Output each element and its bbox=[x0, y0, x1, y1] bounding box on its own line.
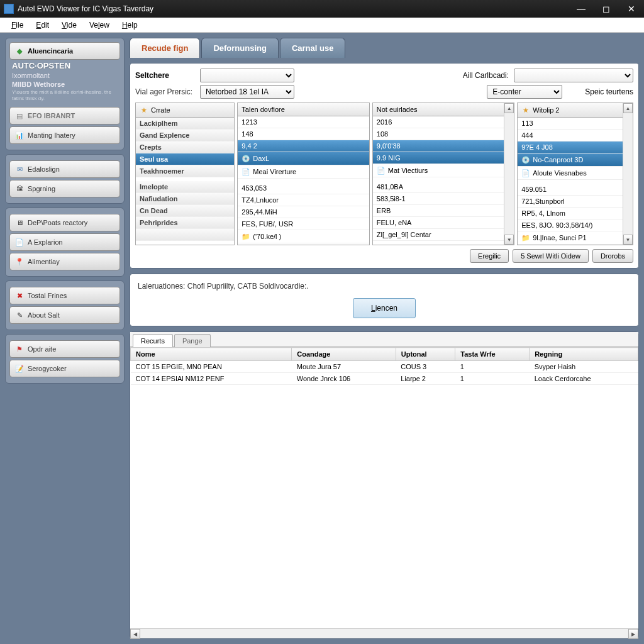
cell[interactable]: 481,0BA bbox=[373, 181, 504, 193]
tab-recude[interactable]: Recude fign bbox=[130, 38, 200, 58]
select-vial[interactable]: Netorbed 18 1el IA bbox=[200, 85, 294, 99]
cell[interactable]: 148 bbox=[238, 128, 369, 140]
cell[interactable]: 📁9l.|lnae, Sunci P1 bbox=[518, 231, 623, 245]
cell[interactable]: ERB bbox=[373, 205, 504, 217]
th-regning[interactable]: Regning bbox=[530, 348, 638, 361]
sidebar-btn-explarion[interactable]: 📄 A Explarion bbox=[9, 233, 120, 251]
sidebar-label: About Salt bbox=[28, 311, 60, 319]
cell[interactable]: TZ4,Lnlucor bbox=[238, 194, 369, 206]
cell[interactable]: 💿No-Canproot 3D bbox=[518, 153, 623, 167]
sidebar-btn-alimentiay[interactable]: 📍 Alimentiay bbox=[9, 253, 120, 270]
cell[interactable]: 583,5i8-1 bbox=[373, 193, 504, 205]
sidebar-btn-edaloslign[interactable]: ✉ Edaloslign bbox=[9, 160, 120, 178]
sidebar-label: Opdr aite bbox=[28, 345, 56, 353]
cell: Liarpe 2 bbox=[396, 373, 455, 385]
scroll-right-icon[interactable]: ▶ bbox=[628, 629, 638, 639]
scrollbar[interactable]: ▲ ▼ bbox=[504, 103, 514, 245]
cell[interactable]: 📁('70.ke/l ) bbox=[238, 230, 369, 243]
info-panel: Laleruationes: Chofl Pupriilty, CATB Sol… bbox=[130, 274, 639, 326]
cell[interactable]: 1213 bbox=[238, 116, 369, 128]
row-label bbox=[136, 229, 234, 241]
results-table: Nome Coandage Uptonal Tasta Wrfe Regning… bbox=[130, 347, 638, 385]
tab-carnal[interactable]: Carnal use bbox=[280, 38, 345, 58]
sidebar-btn-efo[interactable]: ▤ EFO IBRANRT bbox=[9, 107, 120, 125]
select-carlbcadi[interactable] bbox=[514, 69, 633, 82]
cell[interactable]: 2016 bbox=[373, 116, 504, 128]
menu-edit[interactable]: Edit bbox=[30, 19, 55, 31]
cell[interactable]: FELU, eNA bbox=[373, 217, 504, 229]
btn-drorobs[interactable]: Drorobs bbox=[592, 249, 633, 263]
cell[interactable]: 453,053 bbox=[238, 182, 369, 194]
cell[interactable]: 295,44.MiH bbox=[238, 206, 369, 218]
btn-sewrl[interactable]: 5 Sewrl Witli Oidew bbox=[513, 249, 589, 263]
cell[interactable]: 📄Meai Virerture bbox=[238, 165, 369, 179]
cell[interactable]: 📄Mat Viectiurs bbox=[373, 164, 504, 177]
cell[interactable]: 113 bbox=[518, 118, 623, 130]
cell[interactable]: 444 bbox=[518, 130, 623, 142]
th-tasta[interactable]: Tasta Wrfe bbox=[455, 348, 530, 361]
cell[interactable]: 9.9 NIG bbox=[373, 152, 504, 164]
cell[interactable]: 108 bbox=[373, 128, 504, 140]
scroll-up-icon[interactable]: ▲ bbox=[504, 103, 514, 113]
page-icon: 📄 bbox=[242, 167, 250, 176]
maximize-button[interactable]: ◻ bbox=[594, 0, 619, 18]
table-row[interactable]: COT 14 EPSIAl NM12 PENF Wonde Jnrck 106 … bbox=[131, 373, 638, 385]
cell[interactable]: 721,Stunpborl bbox=[518, 196, 623, 208]
sidebar-btn-deppoats[interactable]: 🖥 DeP\Poats reactory bbox=[9, 214, 120, 231]
sidebar-btn-serogycoker[interactable]: 📝 Serogycoker bbox=[9, 360, 120, 377]
cell[interactable]: Zl[_gel_9l] Centar bbox=[373, 229, 504, 241]
col-witolip: ★Witolip 2 113 444 9?E 4 J08 💿No-Canproo… bbox=[517, 103, 633, 245]
th-uptonal[interactable]: Uptonal bbox=[396, 348, 455, 361]
menu-file[interactable]: File bbox=[5, 19, 30, 31]
th-nome[interactable]: Nome bbox=[131, 348, 292, 361]
sidebar-header-button[interactable]: ◆ Aluencincaria bbox=[9, 42, 120, 60]
cell[interactable]: 9?E 4 J08 bbox=[518, 142, 623, 153]
row-label: Gand Explence bbox=[136, 130, 234, 142]
h-scrollbar[interactable]: ◀ ▶ bbox=[130, 628, 638, 638]
sidebar-header-label: Aluencincaria bbox=[28, 47, 73, 55]
btn-eregilic[interactable]: Eregilic bbox=[470, 249, 509, 263]
cell[interactable]: 💿DaxL bbox=[238, 152, 369, 165]
cell[interactable]: 9,0'0'38 bbox=[373, 140, 504, 152]
monitor-icon: 🖥 bbox=[15, 218, 24, 227]
sidebar-sub2: MIIBD Wethorse bbox=[9, 80, 120, 89]
cell[interactable]: 459.051 bbox=[518, 184, 623, 196]
sidebar-label: EFO IBRANRT bbox=[28, 112, 75, 119]
th-coandage[interactable]: Coandage bbox=[292, 348, 396, 361]
label-seltchere: Seltchere bbox=[135, 71, 195, 80]
scroll-down-icon[interactable]: ▼ bbox=[504, 235, 514, 245]
sidebar-btn-about[interactable]: ✎ About Salt bbox=[9, 306, 120, 324]
scrollbar[interactable]: ▲ ▼ bbox=[623, 103, 633, 245]
cell[interactable]: 9,4 2 bbox=[238, 140, 369, 152]
filter-panel: Seltchere Aill Carlbcadi: Vial ager Prer… bbox=[130, 63, 639, 269]
col-header: Not euirlades bbox=[373, 103, 504, 116]
tab-defornunsing[interactable]: Defornunsing bbox=[201, 38, 279, 58]
scroll-up-icon[interactable]: ▲ bbox=[623, 103, 633, 113]
cell[interactable]: RP5, 4, Llnom bbox=[518, 208, 623, 219]
minimize-button[interactable]: — bbox=[569, 0, 594, 18]
sidebar-btn-spgrning[interactable]: 🏛 Spgrning bbox=[9, 180, 120, 197]
menu-help[interactable]: Help bbox=[116, 19, 144, 31]
tab-recurts[interactable]: Recurts bbox=[133, 334, 173, 347]
menu-vide[interactable]: Vide bbox=[55, 19, 83, 31]
scroll-down-icon[interactable]: ▼ bbox=[623, 235, 633, 245]
sidebar-btn-tostal[interactable]: ✖ Tostal Frines bbox=[9, 287, 120, 304]
select-seltchere[interactable] bbox=[200, 69, 294, 82]
sidebar-btn-opdr[interactable]: ⚑ Opdr aite bbox=[9, 340, 120, 358]
menu-velew[interactable]: Velew bbox=[83, 19, 116, 31]
sidebar-label: DeP\Poats reactory bbox=[28, 219, 87, 226]
cell: COT 14 EPSIAl NM12 PENF bbox=[131, 373, 292, 385]
row-label: Pehriprides bbox=[136, 217, 234, 229]
select-econter[interactable]: E-conter bbox=[487, 85, 562, 99]
titlebar: Autel EWD Viewer for IC Vigas Taverday —… bbox=[0, 0, 644, 18]
scroll-left-icon[interactable]: ◀ bbox=[130, 629, 140, 639]
close-button[interactable]: ✕ bbox=[619, 0, 644, 18]
cell[interactable]: FES, FUB/, USR bbox=[238, 218, 369, 230]
page-icon: 📄 bbox=[377, 166, 386, 175]
cell[interactable]: 📄Aloute Viesnabes bbox=[518, 167, 623, 180]
table-row[interactable]: COT 15 EPGIE, MN0 PEAN Moute Jura 57 COU… bbox=[131, 361, 638, 373]
sidebar-btn-manting[interactable]: 📊 Manting Ihatery bbox=[9, 126, 120, 144]
cell[interactable]: EES, 8JO. 90:3,58/14/) bbox=[518, 219, 623, 231]
btn-liencen[interactable]: Liencen bbox=[353, 298, 416, 318]
tab-pange[interactable]: Pange bbox=[174, 334, 211, 347]
